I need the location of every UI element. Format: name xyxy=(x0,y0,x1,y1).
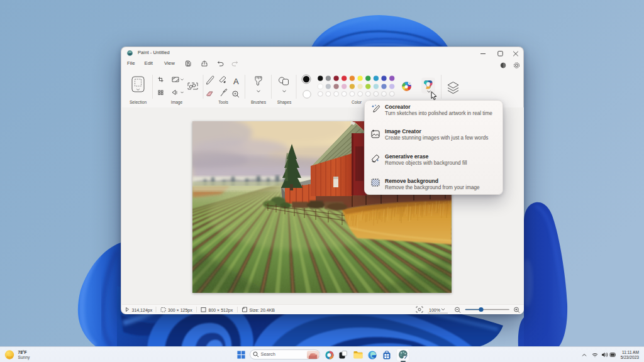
svg-text:300 × 125px: 300 × 125px xyxy=(168,308,192,313)
svg-text:A: A xyxy=(233,77,239,86)
svg-text:Tools: Tools xyxy=(218,100,228,104)
svg-text:100%: 100% xyxy=(429,308,440,312)
svg-text:Color: Color xyxy=(352,100,362,104)
svg-text:Shapes: Shapes xyxy=(277,100,292,105)
svg-text:Brushes: Brushes xyxy=(251,100,267,104)
svg-text:Selection: Selection xyxy=(130,100,147,104)
svg-text:800 × 512px: 800 × 512px xyxy=(209,308,233,313)
svg-text:Image: Image xyxy=(171,100,183,105)
svg-text:314,124px: 314,124px xyxy=(132,308,153,313)
svg-text:Size: 20.4KB: Size: 20.4KB xyxy=(250,308,275,312)
